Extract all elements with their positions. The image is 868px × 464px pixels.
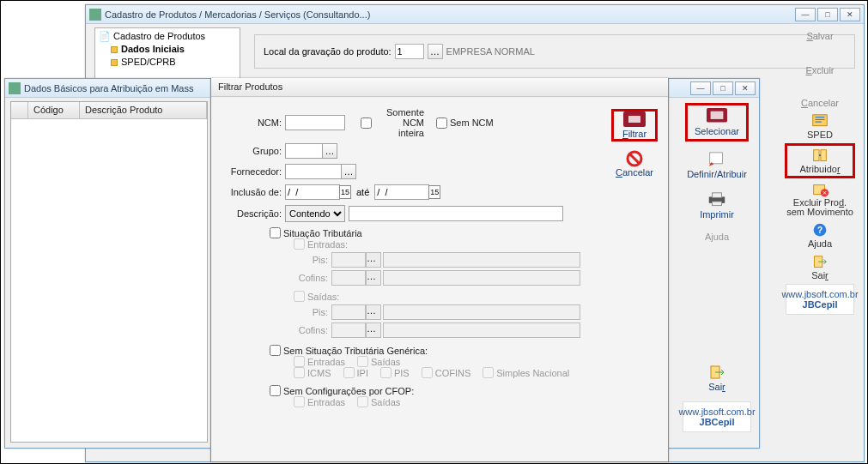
- svg-rect-9: [711, 111, 724, 119]
- pis-sai-input: [331, 304, 366, 320]
- local-label: Local da gravação do produto:: [264, 46, 392, 57]
- dialog-title: Filtrar Produtos: [211, 78, 668, 97]
- tree-sped-cprb[interactable]: SPED/CPRB: [99, 56, 236, 69]
- close-button[interactable]: ✕: [840, 8, 860, 21]
- main-right-toolbar: SSalvaralvar Excluir Cancelar SPED Atrib…: [783, 29, 857, 315]
- excluir-prod-button[interactable]: Excluir Prod.sem Movimento: [785, 180, 855, 219]
- cofins-ent-input: [331, 270, 366, 286]
- app-icon: [9, 82, 21, 94]
- ajuda-button[interactable]: ?Ajuda: [785, 220, 855, 250]
- inclusao-label: Inclusão de:: [218, 187, 282, 197]
- grupo-input[interactable]: [285, 143, 323, 159]
- definir-atribuir-button[interactable]: Definir/Atribuir: [685, 148, 749, 182]
- svg-text:?: ?: [817, 226, 822, 235]
- salvar-button[interactable]: SSalvaralvar: [785, 29, 855, 43]
- descricao-mode-select[interactable]: Contendo: [285, 205, 345, 222]
- cofins-sai-input: [331, 322, 366, 338]
- situacao-trib-check[interactable]: Situação Tributária: [270, 227, 596, 238]
- col-descricao[interactable]: Descrição Produto: [80, 102, 207, 119]
- filtrar-dialog: Filtrar Produtos NCM: Somente NCM inteir…: [210, 78, 669, 462]
- sem-sit-trib-check[interactable]: Sem Situação Tributária Genérica:: [270, 345, 596, 356]
- jbsoft-logo-mass: www.jbsoft.com.brJBCepil: [683, 401, 751, 432]
- descricao-label: Descrição:: [218, 208, 282, 219]
- maximize-button[interactable]: □: [817, 8, 838, 21]
- ncm-input[interactable]: [285, 115, 345, 130]
- svg-rect-12: [712, 193, 721, 198]
- main-titlebar: Cadastro de Produtos / Mercadorias / Ser…: [86, 5, 864, 24]
- fornecedor-input[interactable]: [285, 164, 342, 179]
- imprimir-button[interactable]: Imprimir: [685, 189, 749, 222]
- cancelar-button[interactable]: Cancelar: [785, 96, 855, 110]
- atribuidor-button[interactable]: Atribuidor: [785, 143, 855, 178]
- local-lookup-button[interactable]: …: [428, 44, 443, 59]
- excluir-button[interactable]: Excluir: [785, 63, 855, 77]
- jbsoft-logo: www.jbsoft.com.brJBCepil: [786, 284, 854, 315]
- svg-rect-13: [712, 202, 721, 206]
- data-de-input[interactable]: [285, 184, 340, 200]
- calendar-icon[interactable]: 15: [339, 185, 351, 199]
- filter-form: NCM: Somente NCM inteira Sem NCM Grupo: …: [218, 107, 596, 407]
- dialog-buttons: Filtrar Cancelar: [610, 109, 659, 178]
- local-desc: EMPRESA NORMAL: [446, 46, 535, 57]
- sem-cfop-check[interactable]: Sem Configurações por CFOP:: [270, 385, 596, 396]
- fornecedor-lookup[interactable]: …: [341, 164, 356, 179]
- somente-ncm-check[interactable]: Somente NCM inteira: [361, 107, 424, 138]
- svg-rect-0: [813, 115, 827, 126]
- entradas-check: Entradas:: [294, 238, 596, 250]
- data-ate-input[interactable]: [374, 184, 429, 200]
- col-codigo[interactable]: Código: [28, 102, 80, 119]
- svg-line-18: [629, 154, 640, 164]
- close-button[interactable]: ✕: [735, 81, 756, 95]
- tree-dados-iniciais[interactable]: Dados Iniciais: [99, 43, 236, 56]
- cancelar-filtro-button[interactable]: Cancelar: [611, 150, 658, 178]
- pis-ent-input: [331, 252, 366, 268]
- minimize-button[interactable]: —: [795, 8, 816, 21]
- grupo-label: Grupo:: [218, 146, 282, 156]
- sair-button-mass[interactable]: Sair: [685, 361, 749, 395]
- ncm-label: NCM:: [218, 118, 282, 128]
- descricao-input[interactable]: [349, 206, 563, 221]
- maximize-button[interactable]: □: [713, 81, 733, 95]
- sair-button[interactable]: Sair: [785, 252, 855, 282]
- saidas-check: Saídas:: [294, 291, 596, 302]
- main-title: Cadastro de Produtos / Mercadorias / Ser…: [105, 9, 795, 20]
- calendar-icon[interactable]: 15: [428, 185, 440, 199]
- local-value-input[interactable]: [395, 44, 424, 59]
- local-box: Local da gravação do produto: … EMPRESA …: [254, 34, 855, 69]
- fornecedor-label: Fornecedor:: [218, 166, 282, 177]
- product-grid[interactable]: Código Descrição Produto: [10, 101, 208, 443]
- svg-rect-2: [821, 150, 826, 161]
- mass-toolbar: Selecionar Definir/Atribuir Imprimir Aju…: [683, 103, 750, 432]
- minimize-button[interactable]: —: [690, 81, 711, 95]
- svg-rect-10: [710, 153, 723, 164]
- filtrar-button[interactable]: Filtrar: [611, 109, 658, 142]
- app-icon: [89, 9, 101, 21]
- svg-rect-1: [814, 150, 819, 161]
- sem-ncm-check[interactable]: Sem NCM: [436, 118, 500, 129]
- svg-rect-16: [628, 116, 640, 123]
- selecionar-button[interactable]: Selecionar: [685, 103, 749, 142]
- ajuda-button-mass[interactable]: Ajuda: [685, 229, 749, 244]
- tree-root[interactable]: 📄 Cadastro de Produtos: [99, 30, 236, 43]
- sped-button[interactable]: SPED: [785, 111, 855, 142]
- grupo-lookup[interactable]: …: [322, 143, 337, 159]
